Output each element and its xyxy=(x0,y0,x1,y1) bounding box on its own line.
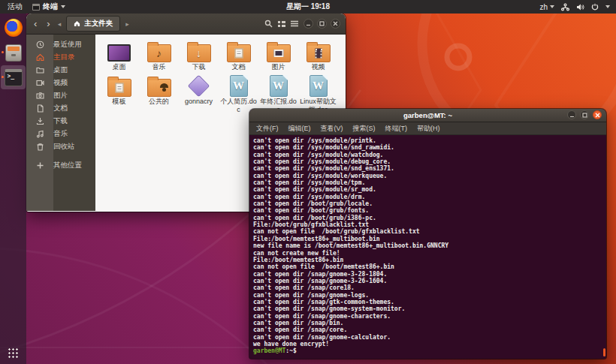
show-applications-button[interactable] xyxy=(8,348,18,358)
home-icon xyxy=(26,53,53,62)
sidebar-item-other-locations[interactable]: 其他位置 xyxy=(26,159,95,172)
breadcrumb[interactable]: 主文件夹 xyxy=(66,16,120,32)
network-icon[interactable] xyxy=(561,3,569,11)
prompt-user-host: garben@MT xyxy=(253,347,285,354)
terminal-output-line: can't open dir /snap/bin. xyxy=(253,320,606,326)
maximize-button[interactable] xyxy=(317,19,327,29)
sidebar-item-label: 最近使用 xyxy=(53,40,82,50)
terminal-screen[interactable]: can't open dir /sys/module/printk.can't … xyxy=(249,135,606,358)
close-button[interactable] xyxy=(331,19,340,29)
terminal-output-line: can't open dir /snap/gnome-3-26-1604. xyxy=(253,278,606,284)
running-indicator-dot xyxy=(2,76,4,78)
document-emblem-icon xyxy=(234,48,243,58)
sidebar-item-trash[interactable]: 回收站 xyxy=(26,140,95,153)
file-item-downloads[interactable]: ↓下载 xyxy=(179,40,219,71)
sidebar-item-label: 回收站 xyxy=(53,142,75,152)
terminal-output-line: we have done encrypt! xyxy=(253,341,606,347)
sidebar-item-pictures[interactable]: 图片 xyxy=(26,89,95,102)
terminal-output-line: can't open dir /snap/gnome-calculator. xyxy=(253,334,606,341)
pictures-icon xyxy=(26,92,53,100)
app-menu[interactable]: 终端 xyxy=(32,2,65,12)
terminal-titlebar[interactable]: garben@MT: ~ xyxy=(249,109,606,122)
terminal-menubar: 文件(F)编辑(E)查看(V)搜索(S)终端(T)帮助(H) xyxy=(249,122,606,135)
file-item-resume-doc[interactable]: W个人简历.doc xyxy=(219,74,258,113)
firefox-icon xyxy=(5,19,23,37)
file-item-templates[interactable]: 模板 xyxy=(99,74,139,113)
terminal-output-line: can't open dir /snap/gnome-logs. xyxy=(253,292,606,299)
clock[interactable]: 星期一 19∶18 xyxy=(286,2,330,12)
power-icon[interactable] xyxy=(591,3,599,11)
prompt-suffix: :~$ xyxy=(285,347,296,354)
pathbar-scroll-right-icon[interactable]: ▸ xyxy=(125,20,129,28)
sidebar-item-recent[interactable]: 最近使用 xyxy=(26,38,95,51)
back-button[interactable]: ‹ xyxy=(32,19,39,29)
sidebar-item-home[interactable]: 主目录 xyxy=(26,51,95,64)
music-icon xyxy=(26,130,53,138)
minimize-button[interactable] xyxy=(567,110,576,119)
sidebar-item-label: 其他位置 xyxy=(53,161,82,170)
terminal-output-line: can't open dir /sys/module/tpm. xyxy=(253,179,606,186)
terminal-scrollbar[interactable] xyxy=(603,348,605,356)
terminal-menu-view[interactable]: 查看(V) xyxy=(321,124,343,134)
dock-item-terminal[interactable] xyxy=(1,65,26,89)
sidebar-item-videos[interactable]: 视频 xyxy=(26,77,95,89)
dock-item-firefox[interactable] xyxy=(1,16,26,40)
forward-button[interactable]: › xyxy=(44,19,52,29)
file-item-pictures[interactable]: 图片 xyxy=(258,40,298,71)
dock xyxy=(0,14,26,364)
terminal-menu-search[interactable]: 搜索(S) xyxy=(353,124,376,134)
folder-icon: ♪ xyxy=(147,44,171,62)
package-diamond-icon xyxy=(188,75,210,98)
pathbar-scroll-left-icon[interactable]: ◂ xyxy=(58,20,62,28)
file-item-videos[interactable]: 视频 xyxy=(298,40,338,71)
sidebar-item-music[interactable]: 音乐 xyxy=(26,128,95,140)
terminal-output-line: can't open dir /boot/grub/i386-pc. xyxy=(253,215,606,221)
terminal-menu-file[interactable]: 文件(F) xyxy=(256,124,279,134)
volume-icon[interactable] xyxy=(576,3,584,11)
file-item-report-doc[interactable]: W年终汇报.doc xyxy=(258,74,298,113)
folder-icon xyxy=(267,44,291,62)
file-item-desktop[interactable]: 桌面 xyxy=(99,40,139,71)
maximize-button[interactable] xyxy=(580,110,589,119)
chevron-down-icon xyxy=(605,5,610,8)
view-grid-icon[interactable] xyxy=(278,20,285,28)
word-document-icon: W xyxy=(230,75,248,97)
folder-icon: ↓ xyxy=(187,44,211,62)
recent-icon xyxy=(26,41,53,49)
sidebar-item-downloads[interactable]: 下载 xyxy=(26,115,95,128)
file-item-music[interactable]: ♪音乐 xyxy=(139,40,179,71)
terminal-output-line: can't open dir /sys/module/snd_rawmidi. xyxy=(253,144,606,151)
top-bar: 活动 终端 星期一 19∶18 zh xyxy=(0,0,616,14)
sidebar-item-desktop[interactable]: 桌面 xyxy=(26,64,95,77)
terminal-output-line: can not create new file! xyxy=(253,250,606,257)
activities-button[interactable]: 活动 xyxy=(8,2,23,12)
chevron-down-icon xyxy=(61,5,65,8)
terminal-menu-terminal[interactable]: 终端(T) xyxy=(385,124,408,134)
terminal-menu-edit[interactable]: 编辑(E) xyxy=(288,124,311,134)
sidebar-item-label: 下载 xyxy=(53,116,68,126)
file-manager-headerbar: ‹ › ◂ 主文件夹 ▸ xyxy=(26,14,346,35)
file-item-linux-help-doc[interactable]: WLinux帮助文档.doc xyxy=(298,74,338,113)
terminal-output-line: can't open dir /sys/module/sr_mod. xyxy=(253,186,606,193)
terminal-output-line: can't open dir /sys/module/drm. xyxy=(253,194,606,200)
terminal-output-line: can't open dir /sys/module/watchdog. xyxy=(253,152,606,158)
file-item-label: 图片 xyxy=(272,63,285,71)
minimize-button[interactable] xyxy=(303,19,313,29)
input-method-indicator[interactable]: zh xyxy=(539,3,554,11)
sidebar-item-documents[interactable]: 文档 xyxy=(26,102,95,115)
hamburger-menu-icon[interactable] xyxy=(291,20,298,27)
file-item-gonnacry[interactable]: gonnacry xyxy=(179,74,219,113)
file-item-label: 文档 xyxy=(232,63,246,71)
terminal-icon xyxy=(5,69,23,86)
file-item-label: 模板 xyxy=(113,98,126,105)
search-icon[interactable] xyxy=(264,20,273,28)
picture-emblem-icon xyxy=(273,50,283,57)
running-indicator-dot xyxy=(2,51,4,53)
file-item-public[interactable]: 公共的 xyxy=(139,74,179,113)
file-item-documents[interactable]: 文档 xyxy=(219,40,258,71)
app-menu-label: 终端 xyxy=(43,2,58,12)
close-button[interactable] xyxy=(593,110,602,119)
dock-item-files[interactable] xyxy=(1,41,26,65)
terminal-menu-help[interactable]: 帮助(H) xyxy=(417,124,440,134)
trash-icon xyxy=(26,143,53,151)
